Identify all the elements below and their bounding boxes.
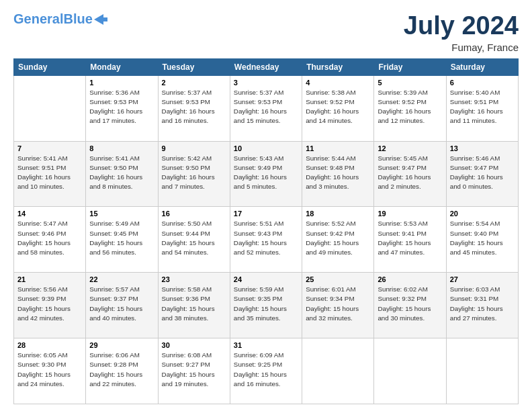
- day-cell: 20Sunrise: 5:54 AMSunset: 9:40 PMDayligh…: [446, 207, 518, 273]
- logo-text: GeneralBlue: [13, 12, 93, 26]
- day-cell: 21Sunrise: 5:56 AMSunset: 9:39 PMDayligh…: [14, 273, 86, 338]
- day-number: 29: [89, 341, 154, 349]
- day-number: 25: [306, 275, 370, 283]
- day-info: Sunrise: 5:51 AMSunset: 9:43 PMDaylight:…: [234, 219, 298, 257]
- logo-general: General: [13, 11, 63, 26]
- day-number: 11: [306, 144, 370, 152]
- day-cell: 9Sunrise: 5:42 AMSunset: 9:50 PMDaylight…: [158, 141, 230, 207]
- day-number: 14: [17, 210, 82, 218]
- day-info: Sunrise: 5:42 AMSunset: 9:50 PMDaylight:…: [162, 154, 226, 192]
- day-number: 4: [306, 79, 370, 87]
- day-info: Sunrise: 5:41 AMSunset: 9:50 PMDaylight:…: [89, 154, 154, 192]
- day-number: 8: [89, 144, 154, 152]
- day-number: 24: [234, 275, 298, 283]
- page: GeneralBlue July 2024 Fumay, France Sund…: [0, 0, 532, 411]
- day-number: 18: [306, 210, 370, 218]
- day-info: Sunrise: 5:36 AMSunset: 9:53 PMDaylight:…: [89, 88, 154, 126]
- day-cell: 16Sunrise: 5:50 AMSunset: 9:44 PMDayligh…: [158, 207, 230, 273]
- day-cell: 31Sunrise: 6:09 AMSunset: 9:25 PMDayligh…: [230, 338, 302, 404]
- day-number: 6: [450, 79, 515, 87]
- calendar-table: SundayMondayTuesdayWednesdayThursdayFrid…: [13, 58, 519, 404]
- day-cell: 30Sunrise: 6:08 AMSunset: 9:27 PMDayligh…: [158, 338, 230, 404]
- logo-arrow-icon: [94, 14, 107, 25]
- day-number: 21: [17, 275, 82, 283]
- day-info: Sunrise: 5:56 AMSunset: 9:39 PMDaylight:…: [17, 285, 82, 323]
- day-number: 13: [450, 144, 515, 152]
- title-block: July 2024 Fumay, France: [404, 12, 519, 53]
- day-number: 17: [234, 210, 298, 218]
- day-info: Sunrise: 5:43 AMSunset: 9:49 PMDaylight:…: [234, 154, 298, 192]
- day-number: 3: [234, 79, 298, 87]
- col-header-tuesday: Tuesday: [158, 58, 230, 75]
- day-number: 28: [17, 341, 82, 349]
- day-info: Sunrise: 5:52 AMSunset: 9:42 PMDaylight:…: [306, 219, 370, 257]
- day-number: 23: [162, 275, 226, 283]
- day-cell: 18Sunrise: 5:52 AMSunset: 9:42 PMDayligh…: [302, 207, 374, 273]
- day-number: 20: [450, 210, 515, 218]
- day-cell: 19Sunrise: 5:53 AMSunset: 9:41 PMDayligh…: [374, 207, 446, 273]
- header: GeneralBlue July 2024 Fumay, France: [13, 12, 519, 53]
- day-info: Sunrise: 5:45 AMSunset: 9:47 PMDaylight:…: [378, 154, 442, 192]
- day-info: Sunrise: 5:40 AMSunset: 9:51 PMDaylight:…: [450, 88, 515, 126]
- day-cell: 13Sunrise: 5:46 AMSunset: 9:47 PMDayligh…: [446, 141, 518, 207]
- day-number: 2: [162, 79, 226, 87]
- day-info: Sunrise: 5:44 AMSunset: 9:48 PMDaylight:…: [306, 154, 370, 192]
- day-number: 31: [234, 341, 298, 349]
- day-info: Sunrise: 5:38 AMSunset: 9:52 PMDaylight:…: [306, 88, 370, 126]
- day-number: 27: [450, 275, 515, 283]
- day-number: 26: [378, 275, 442, 283]
- day-cell: [374, 338, 446, 404]
- day-info: Sunrise: 6:01 AMSunset: 9:34 PMDaylight:…: [306, 285, 370, 323]
- day-cell: 8Sunrise: 5:41 AMSunset: 9:50 PMDaylight…: [86, 141, 158, 207]
- day-number: 9: [162, 144, 226, 152]
- day-info: Sunrise: 6:08 AMSunset: 9:27 PMDaylight:…: [162, 351, 226, 389]
- day-cell: 7Sunrise: 5:41 AMSunset: 9:51 PMDaylight…: [14, 141, 86, 207]
- day-info: Sunrise: 5:37 AMSunset: 9:53 PMDaylight:…: [162, 88, 226, 126]
- day-cell: 10Sunrise: 5:43 AMSunset: 9:49 PMDayligh…: [230, 141, 302, 207]
- day-info: Sunrise: 5:39 AMSunset: 9:52 PMDaylight:…: [378, 88, 442, 126]
- week-row-1: 1Sunrise: 5:36 AMSunset: 9:53 PMDaylight…: [14, 75, 519, 141]
- day-cell: 29Sunrise: 6:06 AMSunset: 9:28 PMDayligh…: [86, 338, 158, 404]
- month-title: July 2024: [404, 12, 519, 40]
- calendar-header-row: SundayMondayTuesdayWednesdayThursdayFrid…: [14, 58, 519, 75]
- col-header-friday: Friday: [374, 58, 446, 75]
- day-info: Sunrise: 5:46 AMSunset: 9:47 PMDaylight:…: [450, 154, 515, 192]
- day-cell: 23Sunrise: 5:58 AMSunset: 9:36 PMDayligh…: [158, 273, 230, 338]
- day-info: Sunrise: 5:41 AMSunset: 9:51 PMDaylight:…: [17, 154, 82, 192]
- day-cell: 12Sunrise: 5:45 AMSunset: 9:47 PMDayligh…: [374, 141, 446, 207]
- location-subtitle: Fumay, France: [404, 42, 519, 53]
- day-cell: 24Sunrise: 5:59 AMSunset: 9:35 PMDayligh…: [230, 273, 302, 338]
- day-info: Sunrise: 5:49 AMSunset: 9:45 PMDaylight:…: [89, 219, 154, 257]
- day-info: Sunrise: 6:09 AMSunset: 9:25 PMDaylight:…: [234, 351, 298, 389]
- day-cell: 14Sunrise: 5:47 AMSunset: 9:46 PMDayligh…: [14, 207, 86, 273]
- day-cell: 17Sunrise: 5:51 AMSunset: 9:43 PMDayligh…: [230, 207, 302, 273]
- day-number: 30: [162, 341, 226, 349]
- day-cell: [14, 75, 86, 141]
- day-info: Sunrise: 5:54 AMSunset: 9:40 PMDaylight:…: [450, 219, 515, 257]
- day-cell: 5Sunrise: 5:39 AMSunset: 9:52 PMDaylight…: [374, 75, 446, 141]
- day-info: Sunrise: 6:06 AMSunset: 9:28 PMDaylight:…: [89, 351, 154, 389]
- col-header-sunday: Sunday: [14, 58, 86, 75]
- day-number: 19: [378, 210, 442, 218]
- day-cell: 22Sunrise: 5:57 AMSunset: 9:37 PMDayligh…: [86, 273, 158, 338]
- day-info: Sunrise: 6:05 AMSunset: 9:30 PMDaylight:…: [17, 351, 82, 389]
- day-info: Sunrise: 5:50 AMSunset: 9:44 PMDaylight:…: [162, 219, 226, 257]
- col-header-saturday: Saturday: [446, 58, 518, 75]
- day-cell: 3Sunrise: 5:37 AMSunset: 9:53 PMDaylight…: [230, 75, 302, 141]
- day-cell: 15Sunrise: 5:49 AMSunset: 9:45 PMDayligh…: [86, 207, 158, 273]
- week-row-3: 14Sunrise: 5:47 AMSunset: 9:46 PMDayligh…: [14, 207, 519, 273]
- day-number: 12: [378, 144, 442, 152]
- day-cell: 4Sunrise: 5:38 AMSunset: 9:52 PMDaylight…: [302, 75, 374, 141]
- day-info: Sunrise: 5:37 AMSunset: 9:53 PMDaylight:…: [234, 88, 298, 126]
- col-header-monday: Monday: [86, 58, 158, 75]
- week-row-2: 7Sunrise: 5:41 AMSunset: 9:51 PMDaylight…: [14, 141, 519, 207]
- day-number: 22: [89, 275, 154, 283]
- svg-marker-0: [94, 14, 107, 25]
- day-info: Sunrise: 6:03 AMSunset: 9:31 PMDaylight:…: [450, 285, 515, 323]
- day-number: 16: [162, 210, 226, 218]
- day-number: 7: [17, 144, 82, 152]
- day-info: Sunrise: 5:59 AMSunset: 9:35 PMDaylight:…: [234, 285, 298, 323]
- day-number: 10: [234, 144, 298, 152]
- day-cell: 1Sunrise: 5:36 AMSunset: 9:53 PMDaylight…: [86, 75, 158, 141]
- day-cell: 11Sunrise: 5:44 AMSunset: 9:48 PMDayligh…: [302, 141, 374, 207]
